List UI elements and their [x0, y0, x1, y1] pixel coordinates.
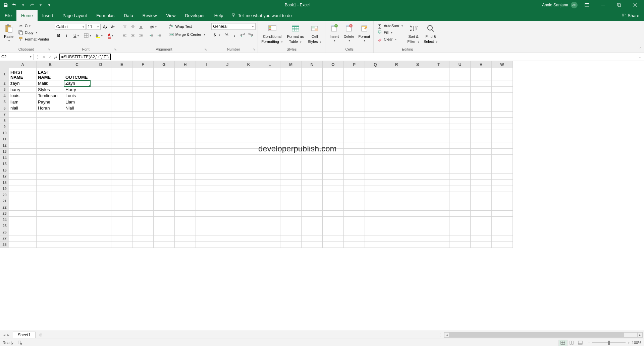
cell-G7[interactable] — [154, 111, 175, 118]
cell-Q26[interactable] — [365, 229, 386, 235]
cell-J13[interactable] — [217, 148, 238, 155]
cell-O13[interactable] — [323, 148, 344, 155]
cell-W22[interactable] — [492, 204, 513, 211]
cell-V16[interactable] — [471, 167, 492, 174]
cell-C10[interactable] — [64, 130, 90, 136]
normal-view-button[interactable] — [558, 340, 567, 346]
borders-button[interactable]: ▼ — [83, 32, 93, 39]
row-header-22[interactable]: 22 — [0, 204, 9, 211]
cell-U20[interactable] — [449, 192, 471, 198]
decrease-decimal-button[interactable]: .00.0 — [247, 31, 254, 39]
cell-F11[interactable] — [132, 136, 154, 142]
cell-N2[interactable] — [302, 80, 323, 87]
cell-K21[interactable] — [238, 198, 259, 204]
cell-H10[interactable] — [175, 130, 196, 136]
minimize-button[interactable] — [596, 0, 610, 10]
cell-V26[interactable] — [471, 229, 492, 235]
cell-U2[interactable] — [449, 80, 471, 87]
cell-E13[interactable] — [111, 148, 132, 155]
cell-T9[interactable] — [428, 124, 449, 130]
cell-V22[interactable] — [471, 204, 492, 211]
cell-E10[interactable] — [111, 130, 132, 136]
cell-H12[interactable] — [175, 142, 196, 149]
cell-M21[interactable] — [280, 198, 302, 204]
font-name-select[interactable]: Calibri▼ — [55, 24, 86, 30]
cell-L19[interactable] — [259, 186, 280, 192]
cell-E8[interactable] — [111, 118, 132, 124]
cell-E28[interactable] — [111, 241, 132, 248]
cell-E19[interactable] — [111, 186, 132, 192]
cell-C13[interactable] — [64, 148, 90, 155]
sheet-nav-next[interactable]: ▸ — [7, 333, 9, 337]
cell-W11[interactable] — [492, 136, 513, 142]
cell-Q18[interactable] — [365, 180, 386, 186]
cell-S24[interactable] — [407, 217, 428, 223]
cell-R1[interactable] — [386, 68, 407, 80]
cell-A19[interactable] — [9, 186, 37, 192]
increase-decimal-button[interactable]: .0.00 — [239, 31, 246, 39]
row-header-4[interactable]: 4 — [0, 93, 9, 99]
cell-L1[interactable] — [259, 68, 280, 80]
cell-O16[interactable] — [323, 167, 344, 174]
fx-icon[interactable]: fx — [54, 54, 57, 59]
grow-font-button[interactable]: A▴ — [101, 23, 109, 30]
cell-V25[interactable] — [471, 223, 492, 229]
cell-I15[interactable] — [196, 161, 217, 167]
cell-E18[interactable] — [111, 180, 132, 186]
merge-center-button[interactable]: Merge & Center▼ — [167, 31, 207, 38]
cell-P28[interactable] — [344, 241, 365, 248]
cell-W8[interactable] — [492, 118, 513, 124]
col-header-S[interactable]: S — [407, 61, 428, 68]
cell-V5[interactable] — [471, 99, 492, 105]
cell-D6[interactable] — [90, 105, 111, 112]
cell-I9[interactable] — [196, 124, 217, 130]
cell-O11[interactable] — [323, 136, 344, 142]
select-all-corner[interactable] — [0, 61, 9, 68]
row-header-24[interactable]: 24 — [0, 217, 9, 223]
cell-K5[interactable] — [238, 99, 259, 105]
cell-N10[interactable] — [302, 130, 323, 136]
sheet-nav-prev[interactable]: ◂ — [3, 333, 5, 337]
cell-B15[interactable] — [37, 161, 64, 167]
cell-I21[interactable] — [196, 198, 217, 204]
cell-P5[interactable] — [344, 99, 365, 105]
cell-W9[interactable] — [492, 124, 513, 130]
cell-Q1[interactable] — [365, 68, 386, 80]
cell-K17[interactable] — [238, 173, 259, 180]
cell-J7[interactable] — [217, 111, 238, 118]
cell-L15[interactable] — [259, 161, 280, 167]
cell-U13[interactable] — [449, 148, 471, 155]
tab-file[interactable]: File — [0, 10, 16, 21]
cell-F21[interactable] — [132, 198, 154, 204]
cell-G23[interactable] — [154, 210, 175, 217]
cell-P11[interactable] — [344, 136, 365, 142]
hscroll-thumb[interactable] — [450, 333, 624, 337]
cell-V12[interactable] — [471, 142, 492, 149]
row-header-14[interactable]: 14 — [0, 155, 9, 161]
cell-V18[interactable] — [471, 180, 492, 186]
cell-E7[interactable] — [111, 111, 132, 118]
cell-R24[interactable] — [386, 217, 407, 223]
cell-O28[interactable] — [323, 241, 344, 248]
cell-C16[interactable] — [64, 167, 90, 174]
cell-D16[interactable] — [90, 167, 111, 174]
cell-U26[interactable] — [449, 229, 471, 235]
cell-F18[interactable] — [132, 180, 154, 186]
cell-C7[interactable] — [64, 111, 90, 118]
cell-L27[interactable] — [259, 235, 280, 241]
cell-E1[interactable] — [111, 68, 132, 80]
cell-H7[interactable] — [175, 111, 196, 118]
cell-N13[interactable] — [302, 148, 323, 155]
cell-W21[interactable] — [492, 198, 513, 204]
cell-T16[interactable] — [428, 167, 449, 174]
cell-D28[interactable] — [90, 241, 111, 248]
cell-L20[interactable] — [259, 192, 280, 198]
cell-S2[interactable] — [407, 80, 428, 87]
cell-G24[interactable] — [154, 217, 175, 223]
shrink-font-button[interactable]: A▾ — [109, 23, 117, 30]
percent-format-button[interactable]: % — [223, 31, 230, 39]
cell-D9[interactable] — [90, 124, 111, 130]
cell-O5[interactable] — [323, 99, 344, 105]
qat-customize[interactable]: ▾ — [46, 2, 52, 8]
col-header-A[interactable]: A — [9, 61, 37, 68]
